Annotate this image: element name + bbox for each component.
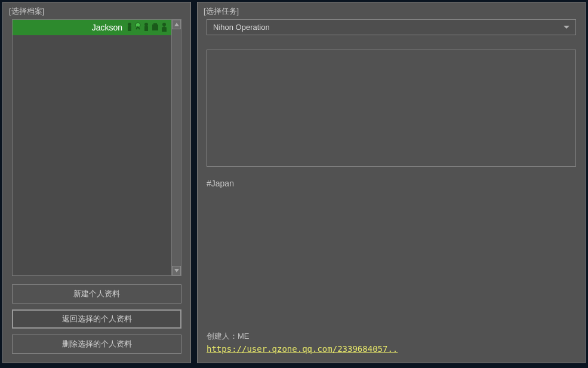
svg-rect-6	[153, 23, 157, 25]
spacer	[207, 194, 576, 331]
profile-list: Jackson	[12, 19, 181, 276]
new-profile-button[interactable]: 新建个人资料	[12, 284, 181, 303]
svg-point-3	[144, 23, 148, 26]
creator-line: 创建人：ME	[207, 331, 576, 342]
chevron-down-icon	[564, 26, 569, 29]
rank-icon	[135, 22, 141, 33]
soldier-icon-3	[161, 22, 168, 33]
svg-point-7	[162, 23, 166, 26]
profile-name: Jackson	[16, 23, 126, 32]
mission-dropdown[interactable]: Nihon Operation	[207, 19, 576, 35]
soldier-icon-2	[143, 22, 150, 33]
mission-panel-title: [选择任务]	[204, 6, 239, 17]
mission-preview	[207, 50, 576, 167]
scroll-down-button[interactable]	[172, 266, 181, 275]
profile-row[interactable]: Jackson	[13, 20, 171, 35]
mission-panel: [选择任务] Nihon Operation #Japan 创建人：ME htt…	[197, 2, 586, 363]
creator-name: ME	[238, 332, 250, 341]
profile-panel: [选择档案] Jackson	[2, 2, 191, 363]
profile-icons	[126, 22, 168, 33]
creator-label: 创建人：	[207, 332, 238, 341]
profile-scrollbar[interactable]	[171, 20, 181, 275]
profile-panel-title: [选择档案]	[9, 6, 44, 17]
box-icon	[152, 23, 159, 33]
svg-rect-5	[152, 24, 158, 30]
mission-dropdown-label: Nihon Operation	[213, 23, 564, 32]
back-profile-button[interactable]: 返回选择的个人资料	[12, 309, 181, 329]
scroll-up-button[interactable]	[172, 20, 181, 29]
soldier-icon	[126, 22, 133, 33]
svg-rect-1	[128, 26, 131, 31]
creator-url[interactable]: https://user.qzone.qq.com/2339684057..	[207, 344, 576, 354]
svg-rect-4	[144, 26, 148, 31]
profile-list-inner: Jackson	[13, 20, 171, 275]
scroll-track[interactable]	[172, 29, 181, 266]
mission-hashtag: #Japan	[207, 179, 576, 188]
delete-profile-button[interactable]: 删除选择的个人资料	[12, 335, 181, 354]
svg-point-0	[128, 23, 131, 26]
